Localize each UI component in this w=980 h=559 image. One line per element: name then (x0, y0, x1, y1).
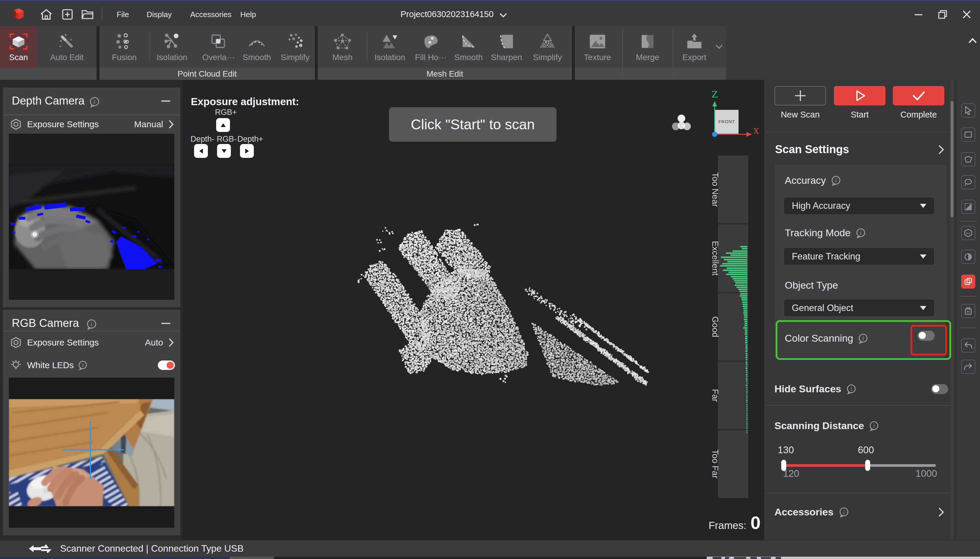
color-channels-icon[interactable] (672, 113, 691, 132)
export-label: Export (683, 53, 706, 62)
histogram-bar (743, 312, 747, 314)
undo-tool[interactable] (961, 338, 975, 352)
tool-export[interactable]: Export (672, 26, 716, 68)
white-leds-toggle[interactable] (158, 361, 175, 370)
scanning-distance-label: Scanning Distance (775, 420, 864, 432)
tool-fusion[interactable]: Fusion (102, 26, 146, 68)
select-lasso-tool[interactable] (961, 175, 975, 189)
depth-exposure-row[interactable]: Exposure Settings Manual (3, 115, 180, 134)
rgb-exposure-row[interactable]: Exposure Settings Auto (3, 331, 180, 354)
invert-selection-tool[interactable] (961, 200, 975, 214)
histogram-bar (747, 427, 747, 429)
tool-isolation-mesh[interactable]: Isolation (368, 26, 412, 68)
auto-edit-tool[interactable]: Auto Edit (37, 26, 97, 68)
tool-merge[interactable]: Merge (625, 26, 669, 68)
tool-overlap[interactable]: Overla··· (197, 26, 241, 68)
accessories-row[interactable]: Accessories i (775, 506, 945, 518)
new-project-icon[interactable] (62, 9, 73, 20)
accuracy-info-icon[interactable]: i (831, 175, 841, 186)
slider-range-fill (783, 464, 868, 467)
histogram-bar (724, 259, 747, 260)
panel-divider (767, 405, 952, 406)
complete-button[interactable] (893, 86, 944, 106)
point-cloud-hand (183, 80, 764, 540)
select-cursor-tool[interactable] (961, 103, 975, 117)
close-icon[interactable] (962, 9, 972, 20)
tool-simplify-pc[interactable]: Simplify (273, 26, 317, 68)
home-icon[interactable] (40, 9, 53, 20)
tracking-mode-info-icon[interactable]: i (856, 228, 866, 238)
fusion-icon (115, 31, 134, 52)
menu-help[interactable]: Help (240, 10, 256, 19)
histogram-bar (747, 419, 747, 420)
delete-selection-tool[interactable] (961, 304, 975, 318)
tool-mesh[interactable]: Mesh (321, 26, 365, 68)
rgb-minus-button[interactable] (217, 144, 231, 158)
scan-tool[interactable]: Scan (0, 26, 37, 68)
histogram-bar (747, 408, 747, 410)
minimize-icon[interactable] (913, 9, 924, 20)
svg-text:i: i (82, 362, 84, 368)
rgb-plus-button[interactable] (216, 118, 230, 132)
hide-surfaces-toggle[interactable] (931, 384, 948, 394)
tool-smooth-pc[interactable]: Smooth (235, 26, 279, 68)
collapse-ribbon-icon[interactable] (966, 35, 979, 47)
project-title-group[interactable]: Project06302023164150 (400, 10, 508, 19)
texture-icon (588, 31, 607, 52)
mask-tool[interactable] (961, 250, 975, 264)
export-more-chevron-icon[interactable] (714, 43, 724, 51)
histogram-bar (721, 256, 747, 258)
depth-camera-info-icon[interactable]: i (89, 96, 100, 108)
tool-isolation-pc[interactable]: Isolation (150, 26, 194, 68)
svg-text:i: i (850, 386, 852, 392)
open-folder-icon[interactable] (81, 10, 93, 20)
scrollbar-thumb[interactable] (950, 101, 954, 217)
tool-texture[interactable]: Texture (575, 26, 620, 68)
object-type-dropdown[interactable]: General Object (784, 299, 934, 316)
hide-surfaces-info-icon[interactable]: i (846, 384, 857, 394)
histogram-bar (747, 393, 747, 395)
white-leds-info-icon[interactable]: i (78, 360, 88, 370)
dropdown-caret-icon (920, 306, 926, 310)
menu-accessories[interactable]: Accessories (190, 10, 231, 19)
tracking-mode-dropdown[interactable]: Feature Tracking (784, 248, 934, 265)
tool-sharpen[interactable]: Sharpen (484, 26, 529, 68)
scan-settings-header[interactable]: Scan Settings (775, 143, 945, 156)
overlap-selection-tool[interactable] (961, 275, 975, 289)
scanning-distance-info-icon[interactable]: i (869, 420, 879, 431)
tool-smooth-mesh[interactable]: Smooth (446, 26, 491, 68)
start-button[interactable] (834, 86, 886, 106)
rgb-camera-info-icon[interactable]: i (86, 319, 97, 330)
object-type-label: Object Type (785, 280, 838, 291)
accessories-info-icon[interactable]: i (839, 507, 849, 518)
viewport-3d[interactable]: Exposure adjustment: RGB+ Depth- RGB- De… (183, 80, 764, 540)
scanning-distance-slider[interactable] (783, 460, 936, 471)
depth-minus-button[interactable] (194, 144, 208, 158)
slider-handle-high[interactable] (865, 460, 870, 471)
collapse-rgb-panel-icon[interactable] (161, 323, 170, 324)
redo-tool[interactable] (961, 360, 975, 374)
select-rectangle-tool[interactable] (961, 127, 975, 142)
select-polygon-tool[interactable] (961, 152, 975, 166)
histogram-bar (740, 295, 747, 296)
new-scan-button[interactable] (775, 86, 826, 106)
menu-file[interactable]: File (117, 10, 129, 19)
histogram-bar (729, 271, 747, 273)
white-leds-row: White LEDs i (3, 354, 180, 377)
histogram-bar (733, 278, 747, 280)
collapse-depth-panel-icon[interactable] (161, 101, 170, 102)
svg-text:ALL: ALL (966, 232, 970, 235)
panel-divider (767, 493, 952, 493)
depth-plus-button[interactable] (240, 144, 254, 158)
depth-camera-preview (9, 134, 174, 300)
right-panel-scrollbar[interactable] (950, 80, 954, 540)
axis-gizmo[interactable]: FRONT Z X (704, 89, 760, 142)
histogram-bar (747, 421, 747, 423)
tool-simplify-mesh[interactable]: Simplify (526, 26, 570, 68)
select-all-tool[interactable]: ALL (961, 226, 975, 240)
accuracy-dropdown[interactable]: High Accuracy (784, 197, 934, 214)
rgb-camera-image: Le (9, 377, 174, 528)
slider-high-value: 600 (858, 445, 874, 456)
restore-window-icon[interactable] (937, 9, 948, 20)
menu-display[interactable]: Display (147, 10, 172, 19)
